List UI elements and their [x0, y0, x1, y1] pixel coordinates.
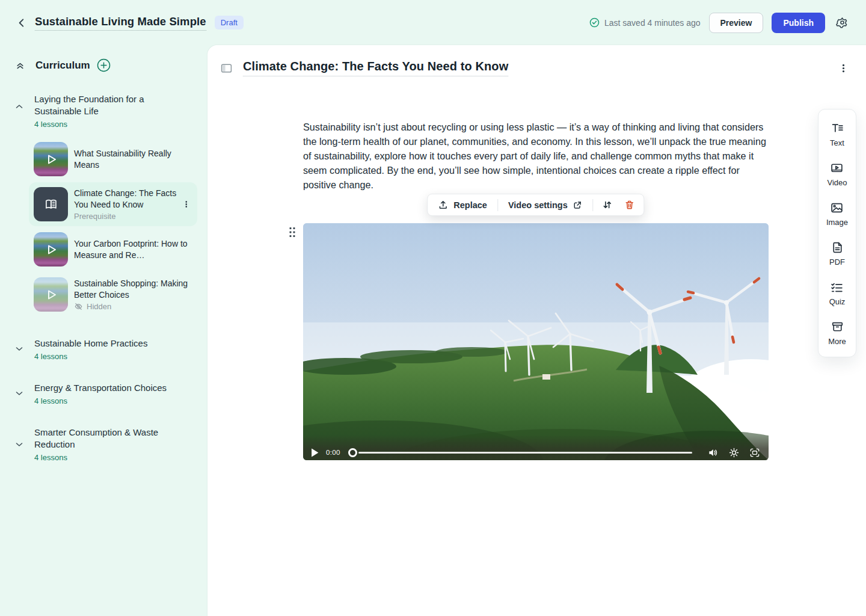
curriculum-section: Smarter Consumption & Waste Reduction 4 … [14, 427, 197, 462]
curriculum-sidebar: Curriculum Laying the Foundation for a S… [0, 45, 207, 616]
lesson-title-heading[interactable]: Climate Change: The Facts You Need to Kn… [243, 60, 508, 76]
eye-off-icon [74, 302, 83, 311]
video-thumbnail [34, 232, 68, 266]
video-block-icon [830, 161, 844, 175]
palette-label: Image [826, 218, 848, 227]
chevron-down-icon[interactable] [14, 344, 24, 354]
course-title[interactable]: Sustainable Living Made Simple [35, 15, 206, 31]
palette-item-image[interactable]: Image [826, 201, 848, 227]
upload-icon [438, 200, 448, 210]
play-icon [34, 277, 68, 312]
lesson-item[interactable]: Your Carbon Footprint: How to Measure an… [29, 227, 197, 271]
video-thumbnail [34, 142, 68, 176]
video-player[interactable]: 0:00 [303, 223, 769, 460]
text-block-icon [831, 122, 844, 135]
reading-thumbnail [34, 187, 68, 221]
block-palette: Text Video Image PDF Quiz [818, 109, 856, 357]
player-settings-button[interactable] [728, 447, 739, 458]
plus-circle-icon [97, 58, 111, 72]
video-block-toolbar: Replace Video settings [427, 194, 644, 216]
section-lesson-count: 4 lessons [34, 396, 197, 405]
panel-left-icon [221, 63, 232, 74]
play-icon [34, 232, 68, 266]
delete-block-button[interactable] [622, 199, 638, 211]
curriculum-section: Sustainable Home Practices 4 lessons [14, 337, 197, 361]
lesson-intro-paragraph[interactable]: Sustainability isn’t just about recyclin… [303, 120, 769, 192]
check-circle-icon [589, 17, 600, 28]
lesson-kebab-menu[interactable] [182, 200, 191, 209]
toggle-sidebar-button[interactable] [218, 60, 235, 76]
curriculum-section: Energy & Transportation Choices 4 lesson… [14, 382, 197, 405]
section-title[interactable]: Sustainable Home Practices [34, 337, 179, 350]
play-button[interactable] [310, 448, 319, 457]
lesson-title: Climate Change: The Facts You Need to Kn… [74, 188, 192, 210]
gear-icon [836, 16, 849, 29]
sort-arrows-icon [603, 200, 613, 210]
book-open-icon [43, 197, 59, 212]
move-block-button[interactable] [600, 199, 616, 211]
progress-track[interactable] [358, 452, 692, 454]
scrubber-handle[interactable] [348, 448, 357, 457]
video-settings-button[interactable]: Video settings [504, 199, 587, 211]
image-block-icon [830, 201, 844, 215]
lesson-title: Your Carbon Footprint: How to Measure an… [74, 238, 192, 260]
palette-label: PDF [829, 257, 845, 266]
palette-item-video[interactable]: Video [827, 161, 847, 187]
palette-label: Video [827, 178, 847, 187]
pdf-block-icon [831, 241, 844, 254]
drag-handle-icon[interactable] [288, 226, 296, 239]
lesson-title: What Sustainability Really Means [74, 148, 192, 170]
lesson-meta: Prerequisite [74, 212, 192, 221]
section-lesson-count: 4 lessons [34, 120, 197, 129]
palette-item-text[interactable]: Text [830, 122, 844, 147]
external-link-icon [573, 200, 583, 210]
replace-label: Replace [453, 200, 487, 210]
sidebar-title: Curriculum [35, 60, 90, 72]
replace-video-button[interactable]: Replace [434, 199, 491, 211]
saved-status-text: Last saved 4 minutes ago [604, 18, 701, 28]
section-lesson-count: 4 lessons [34, 352, 197, 361]
video-still-wind-turbines [303, 223, 769, 460]
play-icon [34, 142, 68, 176]
lesson-item[interactable]: What Sustainability Really Means [29, 137, 197, 181]
lesson-meta-text: Hidden [87, 302, 111, 311]
fullscreen-button[interactable] [749, 447, 760, 458]
more-blocks-icon [831, 320, 844, 334]
palette-label: More [828, 337, 846, 346]
back-button[interactable] [13, 14, 30, 31]
lesson-options-menu[interactable] [838, 63, 849, 73]
toolbar-divider [593, 199, 594, 211]
section-title[interactable]: Laying the Foundation for a Sustainable … [34, 93, 179, 117]
volume-button[interactable] [707, 447, 718, 458]
saved-status: Last saved 4 minutes ago [589, 17, 701, 28]
settings-button[interactable] [834, 14, 850, 31]
add-section-button[interactable] [97, 58, 111, 72]
palette-label: Text [830, 138, 844, 147]
chevron-down-icon[interactable] [14, 389, 24, 398]
collapse-all-button[interactable] [14, 60, 25, 71]
palette-item-quiz[interactable]: Quiz [829, 280, 846, 306]
status-badge: Draft [215, 16, 244, 29]
section-lesson-count: 4 lessons [34, 453, 197, 462]
chevron-left-icon [16, 17, 27, 28]
section-title[interactable]: Energy & Transportation Choices [34, 382, 179, 394]
palette-item-pdf[interactable]: PDF [829, 241, 845, 266]
lesson-editor: Climate Change: The Facts You Need to Kn… [207, 45, 866, 616]
curriculum-section: Laying the Foundation for a Sustainable … [14, 93, 197, 316]
publish-button[interactable]: Publish [772, 13, 825, 33]
lesson-item-selected[interactable]: Climate Change: The Facts You Need to Kn… [29, 182, 197, 226]
video-thumbnail [34, 277, 68, 312]
lesson-title: Sustainable Shopping: Making Better Choi… [74, 278, 192, 300]
chevron-up-icon[interactable] [14, 102, 24, 111]
double-chevron-up-icon [15, 60, 25, 70]
palette-label: Quiz [829, 297, 846, 306]
preview-button[interactable]: Preview [709, 13, 764, 33]
trash-icon [625, 200, 635, 210]
section-title[interactable]: Smarter Consumption & Waste Reduction [34, 427, 179, 451]
video-block: Replace Video settings [303, 223, 769, 460]
lesson-item[interactable]: Sustainable Shopping: Making Better Choi… [29, 273, 197, 316]
chevron-down-icon[interactable] [14, 440, 24, 449]
palette-item-more[interactable]: More [828, 320, 846, 346]
video-controls: 0:00 [303, 435, 769, 460]
video-settings-label: Video settings [508, 200, 568, 210]
